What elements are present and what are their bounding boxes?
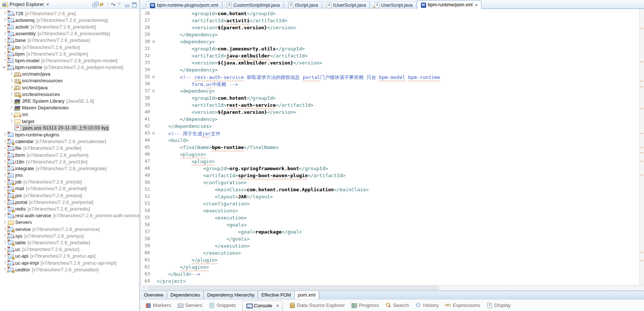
chevron-right-icon[interactable]: [8, 118, 14, 124]
code-area[interactable]: 25 <dependency>26 <groupId>com.hotent</g…: [141, 9, 639, 285]
link-with-editor-icon[interactable]: [99, 1, 106, 8]
tree-item[interactable]: Servers: [0, 219, 139, 226]
tree-item[interactable]: poi[x7/branches/7.2.6_pre/poi]: [0, 192, 139, 199]
tree-item[interactable]: i18n[x7/branches/7.2.6_pre/i18n]: [0, 158, 139, 165]
code-line[interactable]: 28 <version>${parent.version}</version>: [141, 25, 639, 32]
fold-minus-icon[interactable]: [151, 39, 157, 46]
tree-item[interactable]: Maven Dependencies: [0, 105, 139, 111]
code-line[interactable]: 52 <layout>JAR</layout>: [141, 194, 639, 201]
tree-item[interactable]: JRE System Library[JavaSE-1.8]: [0, 97, 139, 104]
code-line[interactable]: 34 </dependency>: [141, 67, 639, 74]
view-search[interactable]: Search: [385, 302, 409, 308]
editor-tab[interactable]: IScript.java: [284, 1, 322, 9]
tree-item[interactable]: src/main/resources: [0, 77, 139, 84]
code-line[interactable]: 53 </configuration>: [141, 201, 639, 208]
code-line[interactable]: 54 <executions>: [141, 208, 639, 215]
code-line[interactable]: 27 <artifactId>activiti</artifactId>: [141, 18, 639, 25]
code-line[interactable]: 47 <plugin>: [141, 159, 639, 166]
code-line[interactable]: 33 <version>${java.xmlbuilder.version}</…: [141, 60, 639, 67]
collapse-all-icon[interactable]: [92, 1, 99, 8]
code-line[interactable]: 49 <artifactId>spring-boot-maven-plugin<…: [141, 173, 639, 180]
close-icon[interactable]: [276, 303, 279, 308]
code-line[interactable]: 36 form,uc中依赖 -->: [141, 81, 639, 88]
code-line[interactable]: 40 <version>${parent.version}</version>: [141, 109, 639, 116]
code-line[interactable]: 35 <!-- rest-auth-service 获取请求方法的授权信息 po…: [141, 74, 639, 81]
chevron-right-icon[interactable]: [8, 98, 14, 104]
view-menu-icon[interactable]: [117, 1, 124, 8]
tree-item[interactable]: src/test/resources: [0, 91, 139, 97]
tree-item[interactable]: target: [0, 118, 139, 125]
view-snippets[interactable]: Snippets: [209, 302, 236, 308]
tree-item[interactable]: activiti[x7/branches/7.2.6_pre/activiti]: [0, 23, 139, 30]
code-line[interactable]: 64</project>: [141, 278, 639, 285]
chevron-right-icon[interactable]: [1, 31, 7, 37]
editor-tab[interactable]: bpm-runtime-plugins/pom.xml: [146, 1, 222, 9]
chevron-right-icon[interactable]: [1, 10, 7, 16]
horizontal-scrollbar[interactable]: [141, 285, 644, 291]
tree-item[interactable]: jms: [0, 172, 139, 179]
tree-item[interactable]: bo[x7/branches/7.2.6_pre/bo]: [0, 44, 139, 50]
overview-ruler[interactable]: [639, 9, 644, 285]
pom-editor-tab[interactable]: Dependencies: [167, 291, 204, 299]
scroll-left-icon[interactable]: [141, 285, 147, 291]
fold-minus-icon[interactable]: [151, 74, 157, 81]
tree-item[interactable]: assembly[x7/branches/7.2.6_pre/assembly]: [0, 30, 139, 37]
code-line[interactable]: 43 <!-- 用于生成jar文件: [141, 130, 639, 138]
code-line[interactable]: 44 <build>: [141, 138, 639, 145]
code-line[interactable]: 26 <groupId>com.hotent</groupId>: [141, 11, 639, 18]
code-line[interactable]: 45 <finalName>bpm-runtime</finalName>: [141, 145, 639, 152]
maximize-icon[interactable]: [131, 1, 138, 8]
chevron-right-icon[interactable]: [1, 17, 7, 23]
tree-item[interactable]: ueditor[x7/branches/7.2.6_pre/ueditor]: [0, 266, 139, 273]
tree-item[interactable]: 726[x7/branches/7.2.6_pre]: [0, 10, 139, 17]
tree-item[interactable]: bpm[x7/branches/7.2.6_pre/bpm]: [0, 50, 139, 57]
view-expressions[interactable]: Expressions: [445, 302, 480, 308]
view-servers[interactable]: Servers: [177, 302, 203, 308]
tree-item[interactable]: service[x7/branches/7.2.6_pre/service]: [0, 226, 139, 232]
tree-item[interactable]: uc[x7/branches/7.2.6_pre/uc]: [0, 246, 139, 253]
tree-item[interactable]: uc-api[x7/branches/7.2.6_pre/uc-api]: [0, 253, 139, 259]
pom-editor-tab[interactable]: Effective POM: [258, 291, 295, 299]
tree-item[interactable]: uc-api-impl[x7/branches/7.2.6_pre/uc-api…: [0, 259, 139, 266]
pom-editor-tab[interactable]: Dependency Hierarchy: [204, 291, 258, 299]
code-line[interactable]: 48 <groupId>org.springframework.boot</gr…: [141, 166, 639, 173]
tree-item[interactable]: bpm-model[x7/branches/7.2.6_pre/bpm-mode…: [0, 57, 139, 64]
project-tree[interactable]: 726[x7/branches/7.2.6_pre]activemq[x7/br…: [0, 9, 139, 309]
pom-editor-tab[interactable]: pom.xml: [295, 291, 319, 299]
tree-item[interactable]: src: [0, 111, 139, 118]
editor-tab[interactable]: bpm-runtime/pom.xml: [417, 0, 481, 9]
code-line[interactable]: 29 </dependency>: [141, 32, 639, 39]
code-line[interactable]: 42 </dependencies>: [141, 123, 639, 130]
view-console[interactable]: Console: [242, 301, 283, 311]
code-line[interactable]: 61 </plugin>: [141, 257, 639, 264]
tree-item[interactable]: file[x7/branches/7.2.6_pre/file]: [0, 145, 139, 152]
tree-item[interactable]: base[x7/branches/7.2.6_pre/base]: [0, 37, 139, 44]
editor-tab[interactable]: CustomScriptImpl.java: [222, 1, 284, 9]
tree-item[interactable]: bpm-runtime[x7/branches/7.2.6_pre/bpm-ru…: [0, 64, 139, 71]
tree-item[interactable]: integrate[x7/branches/7.2.6_pre/integrat…: [0, 165, 139, 172]
code-line[interactable]: 39 <artifactId>rest-auth-service</artifa…: [141, 102, 639, 109]
tree-item[interactable]: redis[x7/branches/7.2.6_pre/redis]: [0, 205, 139, 212]
chevron-right-icon[interactable]: [1, 213, 7, 219]
tree-item[interactable]: activemq[x7/branches/7.2.6_pre/activemq]: [0, 17, 139, 23]
tree-item[interactable]: portal[x7/branches/7.2.6_pre/portal]: [0, 199, 139, 205]
code-line[interactable]: 59 </execution>: [141, 243, 639, 250]
tree-item[interactable]: sys[x7/branches/7.2.6_pre/sys]: [0, 232, 139, 239]
chevron-right-icon[interactable]: [1, 239, 7, 245]
code-line[interactable]: 60 </executions>: [141, 250, 639, 257]
chevron-right-icon[interactable]: [8, 105, 14, 111]
code-line[interactable]: 51 <mainClass>com.hotent.runtime.Applica…: [141, 187, 639, 194]
close-icon[interactable]: [46, 2, 49, 7]
code-line[interactable]: 41 </dependency>: [141, 116, 639, 123]
chevron-right-icon[interactable]: [1, 219, 7, 225]
code-line[interactable]: 38 <groupId>com.hotent</groupId>: [141, 95, 639, 102]
code-line[interactable]: 50 <configuration>: [141, 180, 639, 187]
code-line[interactable]: 32 <artifactId>java-xmlbuilder</artifact…: [141, 53, 639, 60]
chevron-right-icon[interactable]: [8, 91, 14, 97]
tree-item[interactable]: table[x7/branches/7.2.6_pre/table]: [0, 239, 139, 246]
chevron-right-icon[interactable]: [8, 78, 14, 84]
close-icon[interactable]: [475, 3, 478, 7]
code-line[interactable]: 46 <plugins>: [141, 152, 639, 159]
code-line[interactable]: 31 <groupId>com.jamesmurty.utils</groupI…: [141, 46, 639, 53]
focus-task-icon[interactable]: [109, 1, 117, 8]
